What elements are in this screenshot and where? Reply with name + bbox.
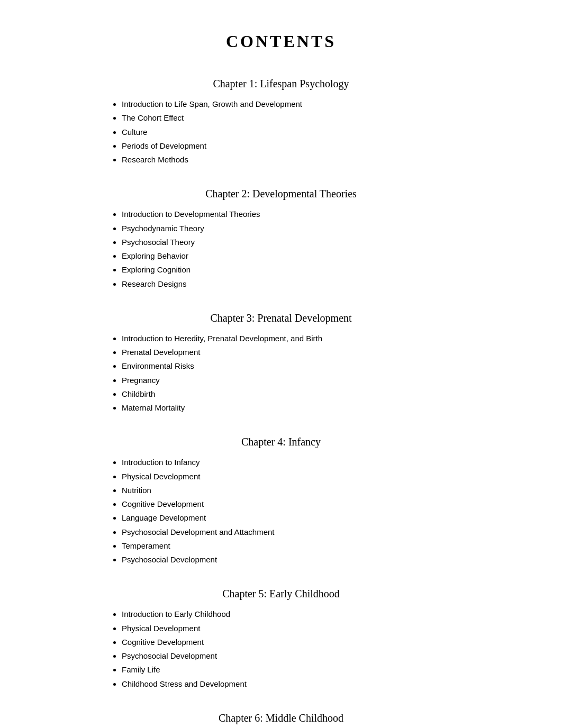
chapter-4-list: Introduction to InfancyPhysical Developm…: [64, 456, 498, 567]
list-item: Exploring Behavior: [122, 249, 498, 263]
list-item: Psychosocial Development: [122, 553, 498, 567]
list-item: Prenatal Development: [122, 345, 498, 359]
list-item: Nutrition: [122, 484, 498, 497]
chapter-5: Chapter 5: Early ChildhoodIntroduction t…: [64, 588, 498, 691]
list-item: Culture: [122, 125, 498, 139]
list-item: Maternal Mortality: [122, 401, 498, 415]
list-item: Physical Development: [122, 470, 498, 484]
list-item: Psychosocial Theory: [122, 235, 498, 249]
list-item: Childbirth: [122, 387, 498, 401]
list-item: Introduction to Heredity, Prenatal Devel…: [122, 332, 498, 345]
chapter-2: Chapter 2: Developmental TheoriesIntrodu…: [64, 188, 498, 291]
list-item: Cognitive Development: [122, 497, 498, 511]
list-item: Psychosocial Development: [122, 649, 498, 663]
chapters-container: Chapter 1: Lifespan PsychologyIntroducti…: [64, 78, 498, 728]
list-item: Psychodynamic Theory: [122, 222, 498, 235]
chapter-1: Chapter 1: Lifespan PsychologyIntroducti…: [64, 78, 498, 167]
list-item: Research Methods: [122, 153, 498, 167]
chapter-5-list: Introduction to Early ChildhoodPhysical …: [64, 607, 498, 691]
chapter-6: Chapter 6: Middle ChildhoodIntroduction …: [64, 712, 498, 728]
list-item: The Cohort Effect: [122, 111, 498, 125]
chapter-5-heading: Chapter 5: Early Childhood: [64, 588, 498, 600]
list-item: Childhood Stress and Development: [122, 677, 498, 691]
chapter-1-heading: Chapter 1: Lifespan Psychology: [64, 78, 498, 90]
chapter-1-list: Introduction to Life Span, Growth and De…: [64, 97, 498, 167]
list-item: Introduction to Early Childhood: [122, 607, 498, 621]
list-item: Environmental Risks: [122, 359, 498, 373]
list-item: Family Life: [122, 663, 498, 677]
chapter-3: Chapter 3: Prenatal DevelopmentIntroduct…: [64, 312, 498, 415]
list-item: Exploring Cognition: [122, 263, 498, 277]
list-item: Research Designs: [122, 277, 498, 291]
chapter-4: Chapter 4: InfancyIntroduction to Infanc…: [64, 436, 498, 567]
list-item: Periods of Development: [122, 139, 498, 153]
list-item: Language Development: [122, 511, 498, 525]
list-item: Psychosocial Development and Attachment: [122, 525, 498, 539]
page-title: CONTENTS: [64, 32, 498, 51]
list-item: Introduction to Developmental Theories: [122, 207, 498, 221]
list-item: Temperament: [122, 539, 498, 553]
list-item: Pregnancy: [122, 374, 498, 387]
list-item: Introduction to Life Span, Growth and De…: [122, 97, 498, 111]
chapter-3-heading: Chapter 3: Prenatal Development: [64, 312, 498, 324]
list-item: Physical Development: [122, 622, 498, 635]
chapter-2-list: Introduction to Developmental TheoriesPs…: [64, 207, 498, 291]
list-item: Cognitive Development: [122, 635, 498, 649]
chapter-6-heading: Chapter 6: Middle Childhood: [64, 712, 498, 724]
chapter-4-heading: Chapter 4: Infancy: [64, 436, 498, 448]
chapter-2-heading: Chapter 2: Developmental Theories: [64, 188, 498, 200]
chapter-3-list: Introduction to Heredity, Prenatal Devel…: [64, 332, 498, 415]
list-item: Introduction to Infancy: [122, 456, 498, 469]
